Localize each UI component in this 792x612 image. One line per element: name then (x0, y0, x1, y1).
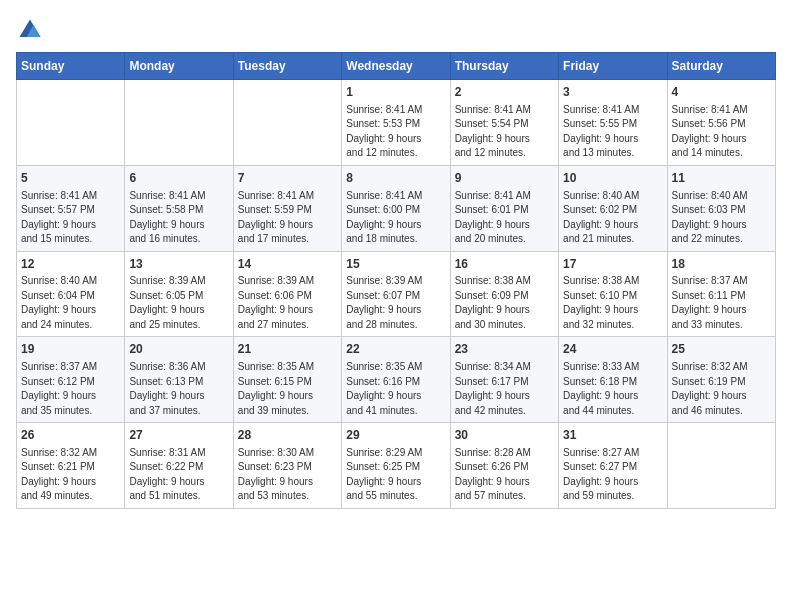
day-info: Sunrise: 8:37 AM Sunset: 6:12 PM Dayligh… (21, 360, 120, 418)
day-cell: 16Sunrise: 8:38 AM Sunset: 6:09 PM Dayli… (450, 251, 558, 337)
day-number: 7 (238, 170, 337, 187)
week-row-2: 5Sunrise: 8:41 AM Sunset: 5:57 PM Daylig… (17, 165, 776, 251)
day-info: Sunrise: 8:35 AM Sunset: 6:16 PM Dayligh… (346, 360, 445, 418)
day-cell: 6Sunrise: 8:41 AM Sunset: 5:58 PM Daylig… (125, 165, 233, 251)
day-cell: 7Sunrise: 8:41 AM Sunset: 5:59 PM Daylig… (233, 165, 341, 251)
page-header (16, 16, 776, 44)
day-cell (667, 423, 775, 509)
day-number: 22 (346, 341, 445, 358)
day-cell: 31Sunrise: 8:27 AM Sunset: 6:27 PM Dayli… (559, 423, 667, 509)
day-header-thursday: Thursday (450, 53, 558, 80)
day-info: Sunrise: 8:41 AM Sunset: 5:53 PM Dayligh… (346, 103, 445, 161)
day-number: 18 (672, 256, 771, 273)
day-info: Sunrise: 8:41 AM Sunset: 5:58 PM Dayligh… (129, 189, 228, 247)
day-info: Sunrise: 8:32 AM Sunset: 6:21 PM Dayligh… (21, 446, 120, 504)
day-info: Sunrise: 8:32 AM Sunset: 6:19 PM Dayligh… (672, 360, 771, 418)
week-row-1: 1Sunrise: 8:41 AM Sunset: 5:53 PM Daylig… (17, 80, 776, 166)
day-cell: 28Sunrise: 8:30 AM Sunset: 6:23 PM Dayli… (233, 423, 341, 509)
day-info: Sunrise: 8:41 AM Sunset: 5:59 PM Dayligh… (238, 189, 337, 247)
day-info: Sunrise: 8:28 AM Sunset: 6:26 PM Dayligh… (455, 446, 554, 504)
week-row-4: 19Sunrise: 8:37 AM Sunset: 6:12 PM Dayli… (17, 337, 776, 423)
day-cell: 2Sunrise: 8:41 AM Sunset: 5:54 PM Daylig… (450, 80, 558, 166)
day-info: Sunrise: 8:41 AM Sunset: 5:54 PM Dayligh… (455, 103, 554, 161)
day-number: 24 (563, 341, 662, 358)
week-row-5: 26Sunrise: 8:32 AM Sunset: 6:21 PM Dayli… (17, 423, 776, 509)
day-number: 16 (455, 256, 554, 273)
day-info: Sunrise: 8:30 AM Sunset: 6:23 PM Dayligh… (238, 446, 337, 504)
day-info: Sunrise: 8:33 AM Sunset: 6:18 PM Dayligh… (563, 360, 662, 418)
day-cell: 4Sunrise: 8:41 AM Sunset: 5:56 PM Daylig… (667, 80, 775, 166)
calendar-table: SundayMondayTuesdayWednesdayThursdayFrid… (16, 52, 776, 509)
day-info: Sunrise: 8:41 AM Sunset: 5:55 PM Dayligh… (563, 103, 662, 161)
day-number: 2 (455, 84, 554, 101)
day-cell: 22Sunrise: 8:35 AM Sunset: 6:16 PM Dayli… (342, 337, 450, 423)
day-cell: 23Sunrise: 8:34 AM Sunset: 6:17 PM Dayli… (450, 337, 558, 423)
day-number: 14 (238, 256, 337, 273)
day-info: Sunrise: 8:41 AM Sunset: 5:56 PM Dayligh… (672, 103, 771, 161)
day-number: 28 (238, 427, 337, 444)
day-info: Sunrise: 8:35 AM Sunset: 6:15 PM Dayligh… (238, 360, 337, 418)
day-info: Sunrise: 8:40 AM Sunset: 6:02 PM Dayligh… (563, 189, 662, 247)
day-info: Sunrise: 8:39 AM Sunset: 6:05 PM Dayligh… (129, 274, 228, 332)
day-cell: 19Sunrise: 8:37 AM Sunset: 6:12 PM Dayli… (17, 337, 125, 423)
day-number: 8 (346, 170, 445, 187)
day-info: Sunrise: 8:39 AM Sunset: 6:07 PM Dayligh… (346, 274, 445, 332)
day-info: Sunrise: 8:41 AM Sunset: 5:57 PM Dayligh… (21, 189, 120, 247)
day-info: Sunrise: 8:34 AM Sunset: 6:17 PM Dayligh… (455, 360, 554, 418)
day-cell: 21Sunrise: 8:35 AM Sunset: 6:15 PM Dayli… (233, 337, 341, 423)
day-cell: 5Sunrise: 8:41 AM Sunset: 5:57 PM Daylig… (17, 165, 125, 251)
logo (16, 16, 48, 44)
day-info: Sunrise: 8:41 AM Sunset: 6:00 PM Dayligh… (346, 189, 445, 247)
day-number: 11 (672, 170, 771, 187)
day-number: 1 (346, 84, 445, 101)
day-number: 4 (672, 84, 771, 101)
day-number: 29 (346, 427, 445, 444)
day-cell: 26Sunrise: 8:32 AM Sunset: 6:21 PM Dayli… (17, 423, 125, 509)
day-number: 3 (563, 84, 662, 101)
day-number: 26 (21, 427, 120, 444)
day-cell: 9Sunrise: 8:41 AM Sunset: 6:01 PM Daylig… (450, 165, 558, 251)
day-number: 5 (21, 170, 120, 187)
day-cell: 10Sunrise: 8:40 AM Sunset: 6:02 PM Dayli… (559, 165, 667, 251)
day-cell: 3Sunrise: 8:41 AM Sunset: 5:55 PM Daylig… (559, 80, 667, 166)
day-cell: 24Sunrise: 8:33 AM Sunset: 6:18 PM Dayli… (559, 337, 667, 423)
day-info: Sunrise: 8:40 AM Sunset: 6:04 PM Dayligh… (21, 274, 120, 332)
day-number: 13 (129, 256, 228, 273)
day-cell: 18Sunrise: 8:37 AM Sunset: 6:11 PM Dayli… (667, 251, 775, 337)
day-number: 20 (129, 341, 228, 358)
day-number: 15 (346, 256, 445, 273)
day-header-wednesday: Wednesday (342, 53, 450, 80)
day-info: Sunrise: 8:29 AM Sunset: 6:25 PM Dayligh… (346, 446, 445, 504)
day-cell (233, 80, 341, 166)
logo-icon (16, 16, 44, 44)
day-info: Sunrise: 8:38 AM Sunset: 6:10 PM Dayligh… (563, 274, 662, 332)
day-info: Sunrise: 8:39 AM Sunset: 6:06 PM Dayligh… (238, 274, 337, 332)
day-cell (17, 80, 125, 166)
day-number: 10 (563, 170, 662, 187)
day-number: 12 (21, 256, 120, 273)
day-number: 19 (21, 341, 120, 358)
day-number: 9 (455, 170, 554, 187)
day-cell (125, 80, 233, 166)
day-cell: 27Sunrise: 8:31 AM Sunset: 6:22 PM Dayli… (125, 423, 233, 509)
day-cell: 17Sunrise: 8:38 AM Sunset: 6:10 PM Dayli… (559, 251, 667, 337)
day-number: 6 (129, 170, 228, 187)
calendar-header-row: SundayMondayTuesdayWednesdayThursdayFrid… (17, 53, 776, 80)
day-cell: 12Sunrise: 8:40 AM Sunset: 6:04 PM Dayli… (17, 251, 125, 337)
day-header-friday: Friday (559, 53, 667, 80)
day-cell: 13Sunrise: 8:39 AM Sunset: 6:05 PM Dayli… (125, 251, 233, 337)
day-cell: 8Sunrise: 8:41 AM Sunset: 6:00 PM Daylig… (342, 165, 450, 251)
day-cell: 1Sunrise: 8:41 AM Sunset: 5:53 PM Daylig… (342, 80, 450, 166)
day-number: 31 (563, 427, 662, 444)
day-info: Sunrise: 8:37 AM Sunset: 6:11 PM Dayligh… (672, 274, 771, 332)
day-header-sunday: Sunday (17, 53, 125, 80)
day-number: 17 (563, 256, 662, 273)
day-cell: 29Sunrise: 8:29 AM Sunset: 6:25 PM Dayli… (342, 423, 450, 509)
day-header-monday: Monday (125, 53, 233, 80)
day-cell: 25Sunrise: 8:32 AM Sunset: 6:19 PM Dayli… (667, 337, 775, 423)
day-cell: 14Sunrise: 8:39 AM Sunset: 6:06 PM Dayli… (233, 251, 341, 337)
day-cell: 30Sunrise: 8:28 AM Sunset: 6:26 PM Dayli… (450, 423, 558, 509)
day-info: Sunrise: 8:40 AM Sunset: 6:03 PM Dayligh… (672, 189, 771, 247)
day-cell: 20Sunrise: 8:36 AM Sunset: 6:13 PM Dayli… (125, 337, 233, 423)
day-info: Sunrise: 8:27 AM Sunset: 6:27 PM Dayligh… (563, 446, 662, 504)
